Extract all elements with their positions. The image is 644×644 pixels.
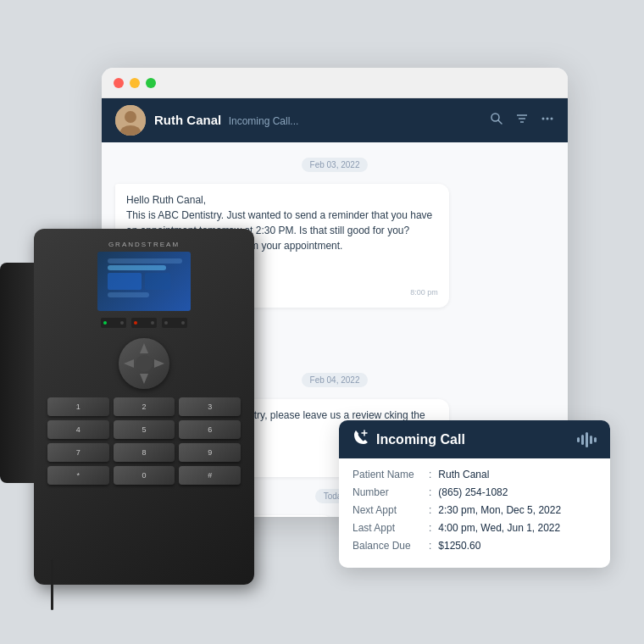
info-value-next-appt: 2:30 pm, Mon, Dec 5, 2022 (438, 504, 561, 516)
phone-nav[interactable] (119, 338, 169, 389)
chat-header-icons (490, 112, 554, 129)
svg-line-4 (498, 120, 502, 124)
svg-marker-14 (154, 359, 164, 368)
incoming-call-card: Incoming Call Patient Name : Ruth Canal … (339, 420, 610, 568)
filter-icon[interactable] (515, 112, 529, 129)
info-colon-5: : (429, 540, 431, 552)
info-number: Number : (865) 254-1082 (353, 486, 597, 498)
avatar (115, 105, 146, 136)
key-4[interactable]: 4 (47, 420, 109, 439)
dot-red[interactable] (114, 78, 124, 88)
info-colon-3: : (429, 504, 431, 516)
key-0[interactable]: 0 (114, 466, 175, 485)
svg-marker-11 (140, 343, 148, 353)
date-badge-feb03: Feb 03, 2022 (302, 158, 369, 172)
key-8[interactable]: 8 (114, 443, 175, 462)
info-label-last-appt: Last Appt (353, 522, 429, 534)
info-label-balance: Balance Due (353, 540, 429, 552)
phone-screen (97, 252, 191, 311)
dot-green[interactable] (146, 78, 156, 88)
search-icon[interactable] (490, 112, 503, 129)
key-1[interactable]: 1 (47, 397, 109, 416)
svg-point-8 (542, 118, 545, 120)
info-colon-2: : (429, 486, 431, 498)
svg-point-9 (547, 118, 549, 120)
chat-contact-status: Incoming Call... (229, 115, 299, 127)
browser-titlebar (102, 68, 568, 98)
phone-btn-1 (101, 318, 126, 328)
chat-header-left: Ruth Canal Incoming Call... (115, 105, 298, 136)
info-colon-1: : (429, 469, 431, 480)
key-star[interactable]: * (47, 466, 109, 485)
info-label-next-appt: Next Appt (353, 504, 429, 516)
key-7[interactable]: 7 (47, 443, 109, 462)
svg-point-1 (125, 111, 136, 123)
phone-side-buttons (101, 318, 187, 328)
phone-brand: GRANDSTREAM (108, 241, 180, 248)
phone-handle: HD (0, 263, 34, 483)
chat-contact-info: Ruth Canal Incoming Call... (154, 113, 298, 128)
phone: HD GRANDSTREAM (34, 229, 254, 585)
phone-cord (51, 559, 53, 610)
key-hash[interactable]: # (179, 466, 241, 485)
svg-marker-12 (140, 374, 148, 384)
info-value-balance: $1250.60 (438, 540, 480, 552)
info-value-last-appt: 4:00 pm, Wed, Jun 1, 2022 (438, 522, 560, 534)
key-5[interactable]: 5 (114, 420, 175, 439)
svg-point-15 (136, 355, 153, 372)
key-2[interactable]: 2 (114, 397, 175, 416)
info-colon-4: : (429, 522, 431, 534)
info-balance: Balance Due : $1250.60 (353, 540, 597, 552)
phone-body: HD GRANDSTREAM (34, 229, 254, 585)
incoming-header-left: Incoming Call (353, 429, 465, 450)
incoming-card-header: Incoming Call (339, 420, 610, 458)
key-6[interactable]: 6 (179, 420, 241, 439)
scene: Ruth Canal Incoming Call... (34, 42, 610, 602)
phone-call-icon (353, 429, 369, 450)
info-value-number: (865) 254-1082 (438, 486, 508, 498)
dot-yellow[interactable] (130, 78, 140, 88)
phone-btn-2 (131, 318, 157, 328)
chat-contact-name: Ruth Canal (154, 113, 221, 127)
chat-header: Ruth Canal Incoming Call... (102, 98, 568, 142)
more-icon[interactable] (541, 112, 554, 129)
svg-marker-13 (124, 359, 134, 368)
waveform (577, 432, 597, 447)
key-3[interactable]: 3 (179, 397, 241, 416)
info-patient-name: Patient Name : Ruth Canal (353, 469, 597, 480)
incoming-card-body: Patient Name : Ruth Canal Number : (865)… (339, 458, 610, 568)
info-value-patient: Ruth Canal (438, 469, 489, 480)
nav-arrows (119, 338, 169, 389)
key-9[interactable]: 9 (179, 443, 241, 462)
phone-keypad: 1 2 3 4 5 6 7 8 9 * 0 # (34, 394, 254, 488)
info-label-patient: Patient Name (353, 469, 429, 480)
info-next-appt: Next Appt : 2:30 pm, Mon, Dec 5, 2022 (353, 504, 597, 516)
info-label-number: Number (353, 486, 429, 498)
info-last-appt: Last Appt : 4:00 pm, Wed, Jun 1, 2022 (353, 522, 597, 534)
incoming-call-title: Incoming Call (376, 432, 465, 447)
date-badge-feb04: Feb 04, 2022 (302, 373, 369, 387)
svg-point-10 (551, 118, 553, 120)
phone-btn-3 (162, 318, 187, 328)
